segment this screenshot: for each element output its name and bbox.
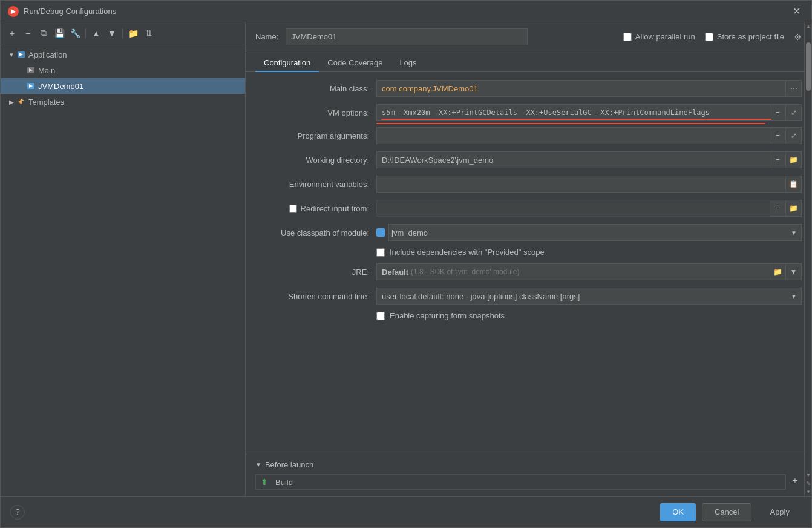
cancel-button[interactable]: Cancel [702, 503, 751, 521]
remove-config-button[interactable]: − [21, 27, 34, 40]
include-deps-label[interactable]: Include dependencies with "Provided" sco… [376, 248, 545, 257]
include-deps-text: Include dependencies with "Provided" sco… [390, 248, 545, 257]
vm-options-error-indicator [376, 123, 765, 124]
shorten-cmd-label: Shorten command line: [255, 292, 376, 301]
vm-options-add-button[interactable]: + [770, 104, 786, 121]
enable-snapshots-label[interactable]: Enable capturing form snapshots [376, 311, 505, 320]
tab-logs[interactable]: Logs [391, 54, 425, 72]
name-input[interactable] [286, 28, 528, 45]
move-up-button[interactable]: ▲ [90, 27, 103, 40]
env-vars-input[interactable] [376, 176, 786, 193]
include-deps-checkbox[interactable] [376, 248, 385, 257]
main-class-row: Main class: ⋯ [255, 79, 802, 97]
jre-field: Default (1.8 - SDK of 'jvm_demo' module)… [376, 263, 802, 280]
build-icon: ⬆ [261, 477, 270, 487]
working-dir-browse-button[interactable]: 📁 [786, 151, 802, 168]
jre-row: JRE: Default (1.8 - SDK of 'jvm_demo' mo… [255, 263, 802, 281]
sort-button[interactable]: ⇅ [142, 27, 156, 40]
jvmdemo01-item-label: JVMDemo01 [38, 82, 83, 91]
tab-configuration[interactable]: Configuration [255, 54, 319, 72]
app-icon: ▶ [8, 6, 19, 17]
add-config-button[interactable]: + [5, 27, 19, 40]
working-dir-add-button[interactable]: + [770, 151, 786, 168]
classpath-module-row: Use classpath of module: jvm_demo ▼ [255, 223, 802, 242]
templates-icon [16, 97, 26, 107]
redirect-input-add-button[interactable]: + [770, 200, 786, 217]
allow-parallel-checkbox-label[interactable]: Allow parallel run [623, 32, 695, 41]
tree-item-jvmdemo01[interactable]: ▶ JVMDemo01 [1, 78, 245, 94]
working-dir-field: + 📁 [376, 151, 802, 168]
working-dir-input[interactable] [376, 151, 770, 168]
program-args-input[interactable] [376, 127, 770, 144]
env-vars-row: Environment variables: 📋 [255, 175, 802, 193]
store-project-checkbox[interactable] [705, 33, 713, 41]
apply-button[interactable]: Apply [758, 503, 802, 521]
redirect-input-input[interactable] [376, 200, 770, 217]
classpath-module-field: jvm_demo ▼ [376, 224, 802, 241]
name-label: Name: [255, 32, 278, 41]
gear-icon[interactable]: ⚙ [794, 32, 802, 42]
copy-config-button[interactable]: ⧉ [37, 27, 50, 40]
build-row-container: ⬆ Build + [255, 474, 802, 490]
bottom-actions: OK Cancel Apply [660, 503, 802, 521]
tree-item-templates[interactable]: ▶ Templates [1, 94, 245, 110]
scroll-thumb [806, 42, 811, 91]
scroll-up-button[interactable]: ▲ [805, 22, 811, 30]
application-group-label: Application [28, 50, 67, 59]
program-args-add-button[interactable]: + [770, 127, 786, 144]
close-button[interactable]: ✕ [789, 4, 804, 18]
tab-code-coverage[interactable]: Code Coverage [319, 54, 391, 72]
program-args-expand-button[interactable]: ⤢ [786, 127, 802, 144]
vm-options-field: + ⤢ [376, 104, 802, 121]
application-group-icon [16, 50, 26, 59]
jvmdemo01-item-icon [26, 81, 36, 91]
shorten-cmd-select[interactable]: user-local default: none - java [options… [376, 288, 802, 305]
main-class-input[interactable] [376, 80, 786, 97]
store-project-checkbox-label[interactable]: Store as project file [705, 32, 784, 41]
vm-options-error-line [376, 123, 802, 124]
enable-snapshots-checkbox[interactable] [376, 312, 385, 320]
move-down-button[interactable]: ▼ [105, 27, 119, 40]
build-row[interactable]: ⬆ Build [255, 474, 786, 490]
main-item-icon [26, 65, 36, 75]
classpath-module-label: Use classpath of module: [255, 228, 376, 237]
before-launch-collapse-icon[interactable]: ▼ [255, 461, 261, 468]
store-project-label: Store as project file [717, 32, 784, 41]
toolbar-separator-2 [122, 28, 123, 38]
jre-dropdown-button[interactable]: ▼ [786, 263, 802, 280]
tree-item-main[interactable]: ▶ Main [1, 62, 245, 78]
scroll-edit-button[interactable]: ✎ [805, 479, 811, 488]
redirect-input-checkbox[interactable] [289, 205, 297, 213]
save-config-button[interactable]: 💾 [53, 27, 66, 40]
vm-options-expand-button[interactable]: ⤢ [786, 104, 802, 121]
shorten-cmd-row: Shorten command line: user-local default… [255, 287, 802, 305]
left-panel: + − ⧉ 💾 🔧 ▲ ▼ 📁 ⇅ ▼ [1, 22, 246, 496]
jre-browse-button[interactable]: 📁 [770, 263, 786, 280]
vm-options-input[interactable] [376, 104, 770, 121]
enable-snapshots-text: Enable capturing form snapshots [390, 311, 505, 320]
allow-parallel-checkbox[interactable] [623, 33, 632, 41]
main-class-browse-button[interactable]: ⋯ [786, 80, 802, 97]
main-class-label: Main class: [255, 84, 376, 93]
classpath-module-select[interactable]: jvm_demo [388, 224, 802, 241]
scroll-down-button[interactable]: ▼ [805, 471, 811, 479]
name-bar: Name: Allow parallel run Store as projec… [246, 22, 811, 51]
ok-button[interactable]: OK [660, 503, 696, 521]
redirect-input-browse-button[interactable]: 📁 [786, 200, 802, 217]
build-label: Build [275, 478, 781, 487]
help-button[interactable]: ? [10, 505, 25, 520]
main-item-label: Main [38, 66, 55, 75]
tree-item-application-group[interactable]: ▼ Application [1, 47, 245, 62]
program-args-label: Program arguments: [255, 131, 376, 140]
folder-button[interactable]: 📁 [126, 27, 140, 40]
scrollbar-track: ▲ ▼ ✎ ▼ [805, 22, 811, 496]
name-options: Allow parallel run Store as project file… [623, 32, 802, 42]
right-scrollbar: ▲ ▼ ✎ ▼ [804, 22, 811, 496]
before-launch-add-button[interactable]: + [788, 474, 802, 487]
edit-defaults-button[interactable]: 🔧 [68, 27, 82, 40]
redirect-input-row: Redirect input from: + 📁 [255, 199, 802, 217]
scroll-bottom-button[interactable]: ▼ [805, 488, 811, 496]
env-vars-edit-button[interactable]: 📋 [786, 176, 802, 193]
jre-hint-text: (1.8 - SDK of 'jvm_demo' module) [411, 268, 519, 276]
tree-arrow-application: ▼ [8, 51, 15, 58]
